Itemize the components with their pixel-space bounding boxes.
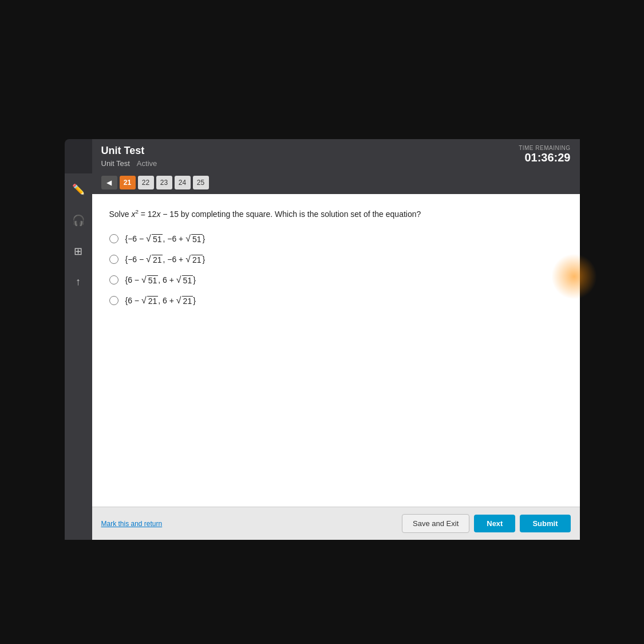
- option-1-label: {−6 − √51, −6 + √51}: [125, 234, 206, 244]
- answer-option-2[interactable]: {−6 − √21, −6 + √21}: [109, 254, 563, 264]
- header-subtitle: Unit Test Active: [101, 159, 571, 168]
- main-content: Unit Test Unit Test Active TIME REMAININ…: [92, 139, 580, 540]
- headphones-icon[interactable]: 🎧: [68, 210, 89, 231]
- page-title: Unit Test: [101, 145, 571, 157]
- nav-question-21[interactable]: 21: [120, 176, 136, 189]
- option-4-label: {6 − √21, 6 + √21}: [125, 295, 196, 306]
- bottom-bar: Mark this and return Save and Exit Next …: [92, 507, 580, 540]
- nav-question-22[interactable]: 22: [138, 176, 154, 189]
- nav-question-23[interactable]: 23: [156, 176, 172, 189]
- question-nav: ◀ 21 22 23 24 25: [101, 172, 571, 194]
- answer-option-3[interactable]: {6 − √51, 6 + √51}: [109, 275, 563, 285]
- nav-prev-button[interactable]: ◀: [101, 176, 117, 189]
- arrow-up-icon[interactable]: ↑: [68, 272, 89, 293]
- radio-option-3[interactable]: [109, 275, 118, 285]
- option-2-label: {−6 − √21, −6 + √21}: [125, 254, 206, 264]
- question-text: Solve x2 = 12x − 15 by completing the sq…: [109, 208, 563, 220]
- header: Unit Test Unit Test Active TIME REMAININ…: [92, 139, 580, 194]
- calculator-icon[interactable]: ⊞: [68, 241, 89, 262]
- next-button[interactable]: Next: [474, 515, 515, 532]
- question-area: Solve x2 = 12x − 15 by completing the sq…: [92, 194, 580, 507]
- radio-option-4[interactable]: [109, 296, 118, 305]
- bottom-bar-left: Mark this and return: [101, 518, 398, 528]
- sidebar: ✏️ 🎧 ⊞ ↑: [65, 173, 92, 540]
- status-badge: Active: [137, 159, 157, 168]
- answer-option-1[interactable]: {−6 − √51, −6 + √51}: [109, 234, 563, 244]
- answer-options: {−6 − √51, −6 + √51} {−6 − √21, −6 + √21…: [109, 234, 563, 306]
- time-remaining: TIME REMAINING 01:36:29: [519, 145, 570, 164]
- time-label: TIME REMAINING: [519, 145, 570, 151]
- answer-option-4[interactable]: {6 − √21, 6 + √21}: [109, 295, 563, 306]
- nav-question-25[interactable]: 25: [193, 176, 209, 189]
- breadcrumb-unit-test: Unit Test: [101, 159, 130, 168]
- mark-return-link[interactable]: Mark this and return: [101, 520, 163, 528]
- radio-option-2[interactable]: [109, 255, 118, 264]
- save-exit-button[interactable]: Save and Exit: [402, 514, 469, 533]
- radio-option-1[interactable]: [109, 234, 118, 243]
- nav-question-24[interactable]: 24: [175, 176, 191, 189]
- submit-button[interactable]: Submit: [520, 515, 570, 532]
- option-3-label: {6 − √51, 6 + √51}: [125, 275, 196, 285]
- pencil-icon[interactable]: ✏️: [68, 179, 89, 200]
- time-value: 01:36:29: [519, 151, 570, 164]
